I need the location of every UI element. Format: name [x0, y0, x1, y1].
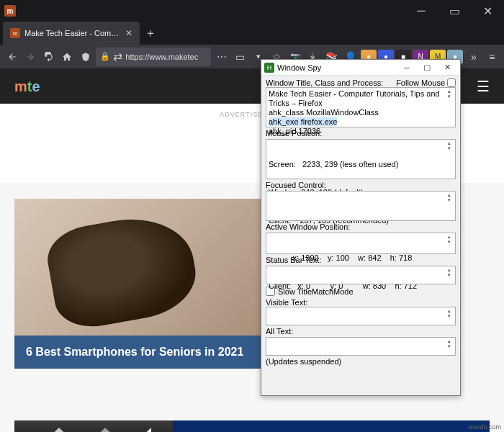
site-logo[interactable]: mte: [14, 78, 40, 95]
follow-mouse-checkbox[interactable]: Follow Mouse: [396, 78, 456, 87]
arrow-left-icon: [7, 52, 17, 62]
spy-title-text: Window Spy: [277, 63, 397, 72]
nav-back-button[interactable]: [4, 47, 19, 67]
article-2-image: [14, 420, 173, 432]
shield-button[interactable]: [78, 47, 93, 67]
site-menu-button[interactable]: ☰: [477, 78, 490, 95]
spy-app-icon: H: [264, 63, 274, 73]
spy-suspended-label: (Updates suspended): [266, 357, 456, 366]
tab-favicon: m: [10, 28, 20, 38]
spy-all-field[interactable]: ▴▾: [266, 337, 456, 356]
watermark: wsxdn.com: [469, 423, 501, 431]
spinner-icon[interactable]: ▴▾: [445, 141, 454, 150]
spy-minimize-button[interactable]: ─: [397, 63, 417, 72]
menu-button[interactable]: ≡: [485, 47, 500, 67]
spinner-icon[interactable]: ▴▾: [445, 193, 454, 202]
lock-icon: 🔒: [100, 52, 110, 61]
nav-home-button[interactable]: [59, 47, 74, 67]
spy-titlebar[interactable]: H Window Spy ─ ▢ ✕: [261, 60, 460, 76]
spinner-icon[interactable]: ▴▾: [445, 89, 454, 98]
permissions-icon[interactable]: ⇄: [113, 50, 122, 63]
tab-title: Make Tech Easier - Computer: [24, 29, 121, 37]
tab-maketecheasier[interactable]: m Make Tech Easier - Computer ✕: [3, 22, 140, 45]
window-restore-button[interactable]: ▭: [438, 0, 471, 22]
window-favicon: m: [4, 5, 16, 17]
spy-maximize-button[interactable]: ▢: [417, 63, 437, 72]
tab-close-icon[interactable]: ✕: [125, 28, 132, 38]
reader-mode-button[interactable]: ▭: [233, 47, 248, 67]
spy-visible-field[interactable]: ▴▾: [266, 307, 456, 325]
spinner-icon[interactable]: ▴▾: [445, 268, 454, 276]
window-spy-dialog[interactable]: H Window Spy ─ ▢ ✕ Window Title, Class a…: [261, 59, 461, 396]
spy-awp-field[interactable]: x: 1990 y: 100 w: 842 h: 718 Client: x: …: [266, 233, 456, 254]
follow-mouse-input[interactable]: [447, 78, 456, 87]
spinner-icon[interactable]: ▴▾: [445, 309, 454, 318]
tab-strip: m Make Tech Easier - Computer ✕ ＋: [0, 22, 504, 45]
window-minimize-button[interactable]: ─: [405, 0, 438, 22]
article-1-title: 6 Best Smartphones for Seniors in 2021: [14, 336, 270, 369]
spinner-icon[interactable]: ▴▾: [445, 235, 454, 243]
spy-mouse-field[interactable]: Screen: 2233, 239 (less often used) Wind…: [266, 139, 456, 179]
spy-wtcp-field[interactable]: Make Tech Easier - Computer Tutorials, T…: [266, 87, 456, 127]
url-bar[interactable]: 🔒 ⇄: [96, 48, 211, 66]
new-tab-button[interactable]: ＋: [140, 22, 161, 45]
page-actions-button[interactable]: ⋯: [214, 47, 229, 67]
spinner-icon[interactable]: ▴▾: [445, 339, 454, 348]
nav-forward-button[interactable]: [22, 47, 37, 67]
url-input[interactable]: [125, 53, 207, 61]
window-close-button[interactable]: ✕: [471, 0, 504, 22]
reload-icon: [44, 52, 54, 62]
overflow-button[interactable]: »: [466, 47, 481, 67]
article-1-image: [14, 199, 270, 336]
spy-section-wtcp: Window Title, Class and Process:: [266, 78, 383, 87]
shield-icon: [81, 52, 91, 62]
window-titlebar: m ─ ▭ ✕: [0, 0, 504, 22]
spy-status-field[interactable]: ▴▾: [266, 266, 456, 284]
home-icon: [62, 52, 72, 62]
spy-close-button[interactable]: ✕: [437, 63, 457, 72]
article-card-2[interactable]: 10 Best Compression Tools for Linux: [14, 420, 490, 432]
arrow-right-icon: [25, 52, 35, 62]
nav-reload-button[interactable]: [41, 47, 56, 67]
spy-section-all: All Text:: [266, 327, 456, 336]
article-card-1[interactable]: 6 Best Smartphones for Seniors in 2021: [14, 199, 270, 369]
spy-focused-field[interactable]: ▴▾: [266, 191, 456, 221]
